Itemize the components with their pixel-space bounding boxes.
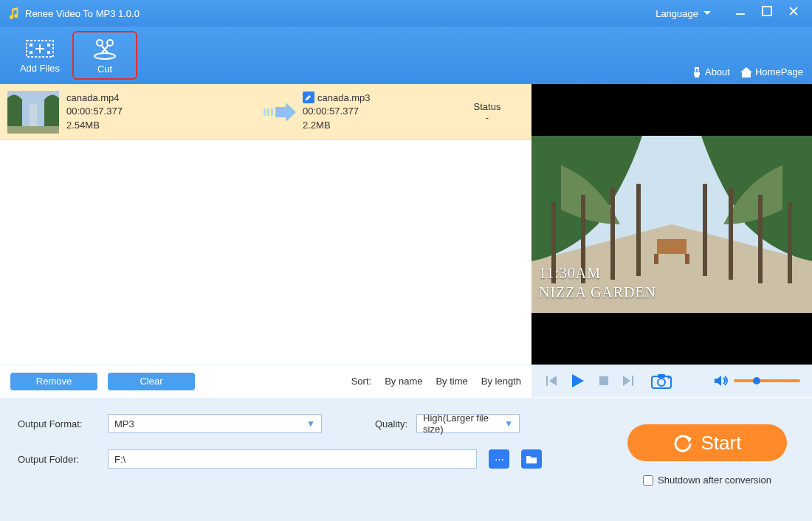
sort-by-name[interactable]: By name (385, 376, 422, 387)
svg-point-34 (658, 379, 665, 386)
volume-thumb[interactable] (753, 377, 760, 384)
svg-rect-5 (47, 44, 50, 46)
app-icon (7, 7, 21, 20)
file-thumbnail (7, 91, 59, 134)
titlebar: Renee Video To MP3 1.0.0 Language (0, 0, 812, 27)
chevron-down-icon: ▼ (504, 418, 513, 429)
status-value: - (450, 112, 524, 123)
start-column: Start Shutdown after conversion (627, 424, 787, 486)
output-format-select[interactable]: MP3 ▼ (108, 414, 322, 433)
about-link[interactable]: About (692, 66, 730, 77)
open-folder-button[interactable] (521, 449, 542, 469)
cut-label: Cut (97, 63, 112, 75)
language-label: Language (656, 8, 698, 19)
source-info: canada.mp4 00:00:57.377 2.54MB (66, 92, 258, 132)
svg-rect-35 (658, 374, 665, 378)
toolbar-right-links: About HomePage (692, 66, 803, 77)
file-row[interactable]: canada.mp4 00:00:57.377 2.54MB canada.mp… (0, 84, 531, 140)
status-label: Status (450, 101, 524, 112)
dest-filename: canada.mp3 (317, 92, 371, 103)
svg-rect-13 (7, 126, 59, 134)
prev-button[interactable] (543, 373, 558, 388)
homepage-label: HomePage (755, 66, 803, 77)
language-selector[interactable]: Language (656, 8, 712, 19)
volume-group (713, 373, 800, 388)
next-button[interactable] (622, 373, 636, 388)
volume-icon[interactable] (713, 373, 728, 388)
sort-by-time[interactable]: By time (436, 376, 467, 387)
sort-group: Sort: By name By time By length (351, 376, 521, 387)
source-filename: canada.mp4 (66, 92, 258, 105)
clear-button[interactable]: Clear (108, 373, 195, 390)
svg-rect-16 (267, 108, 269, 116)
svg-rect-29 (657, 239, 687, 254)
destination-info: canada.mp3 00:00:57.377 2.2MB (303, 92, 450, 132)
file-list-empty-area[interactable] (0, 140, 531, 365)
start-button[interactable]: Start (627, 424, 787, 461)
more-folder-button[interactable]: ⋯ (489, 449, 509, 469)
svg-rect-4 (30, 51, 32, 54)
preview-video[interactable]: 11:30AM NIZZA GARDEN (531, 84, 812, 365)
svg-rect-32 (599, 376, 608, 385)
cut-button[interactable]: Cut (72, 31, 137, 80)
svg-rect-0 (736, 13, 745, 15)
sort-label: Sort: (351, 376, 371, 387)
preview-title-overlay: NIZZA GARDEN (539, 284, 656, 301)
dest-duration: 00:00:57.377 (303, 105, 450, 118)
list-actions-bar: Remove Clear Sort: By name By time By le… (0, 365, 531, 397)
start-label: Start (701, 432, 742, 455)
toolbar: Add Files Cut About HomePage (0, 27, 812, 84)
shutdown-checkbox[interactable]: Shutdown after conversion (643, 475, 771, 486)
arrow-icon (258, 101, 303, 123)
player-controls (531, 365, 812, 397)
volume-slider[interactable] (734, 379, 800, 382)
maximize-button[interactable] (760, 4, 778, 22)
preview-pane: 11:30AM NIZZA GARDEN (531, 84, 812, 397)
svg-point-9 (94, 53, 115, 59)
add-files-button[interactable]: Add Files (7, 31, 72, 80)
svg-rect-6 (47, 51, 50, 54)
quality-value: High(Larger file size) (423, 413, 504, 435)
bottom-panel: Output Format: MP3 ▼ Quality: High(Large… (0, 397, 812, 521)
output-folder-label: Output Folder: (18, 454, 99, 465)
preview-time-overlay: 11:30AM (539, 265, 601, 282)
svg-point-36 (667, 376, 670, 379)
quality-label: Quality: (375, 418, 407, 429)
svg-rect-14 (30, 104, 37, 126)
source-duration: 00:00:57.377 (66, 105, 258, 118)
output-settings: Output Format: MP3 ▼ Quality: High(Large… (18, 414, 542, 514)
play-button[interactable] (568, 372, 586, 390)
stop-button[interactable] (596, 373, 611, 388)
source-size: 2.54MB (66, 119, 258, 132)
svg-rect-1 (763, 7, 771, 15)
app-title: Renee Video To MP3 1.0.0 (25, 8, 140, 19)
edit-output-name-icon[interactable] (303, 92, 314, 103)
quality-select[interactable]: High(Larger file size) ▼ (416, 414, 520, 433)
about-label: About (705, 66, 730, 77)
output-format-label: Output Format: (18, 418, 99, 429)
shutdown-checkbox-input[interactable] (643, 475, 653, 486)
svg-rect-30 (654, 254, 658, 264)
output-format-value: MP3 (114, 418, 134, 429)
main-area: canada.mp4 00:00:57.377 2.54MB canada.mp… (0, 84, 812, 397)
dest-size: 2.2MB (303, 119, 450, 132)
file-list-pane: canada.mp4 00:00:57.377 2.54MB canada.mp… (0, 84, 531, 397)
output-folder-value: F:\ (114, 454, 125, 465)
svg-rect-11 (696, 69, 698, 72)
svg-rect-31 (685, 254, 689, 264)
close-button[interactable] (787, 4, 805, 22)
minimize-button[interactable] (734, 4, 751, 22)
remove-button[interactable]: Remove (10, 373, 97, 390)
chevron-down-icon: ▼ (306, 418, 315, 429)
status-cell: Status - (450, 101, 524, 123)
output-folder-input[interactable]: F:\ (108, 449, 477, 469)
homepage-link[interactable]: HomePage (740, 66, 803, 77)
sort-by-length[interactable]: By length (481, 376, 521, 387)
svg-rect-3 (30, 44, 32, 46)
snapshot-button[interactable] (651, 373, 672, 389)
svg-rect-15 (264, 108, 266, 116)
add-files-label: Add Files (20, 63, 60, 74)
svg-rect-17 (271, 108, 273, 116)
shutdown-label: Shutdown after conversion (658, 475, 771, 486)
